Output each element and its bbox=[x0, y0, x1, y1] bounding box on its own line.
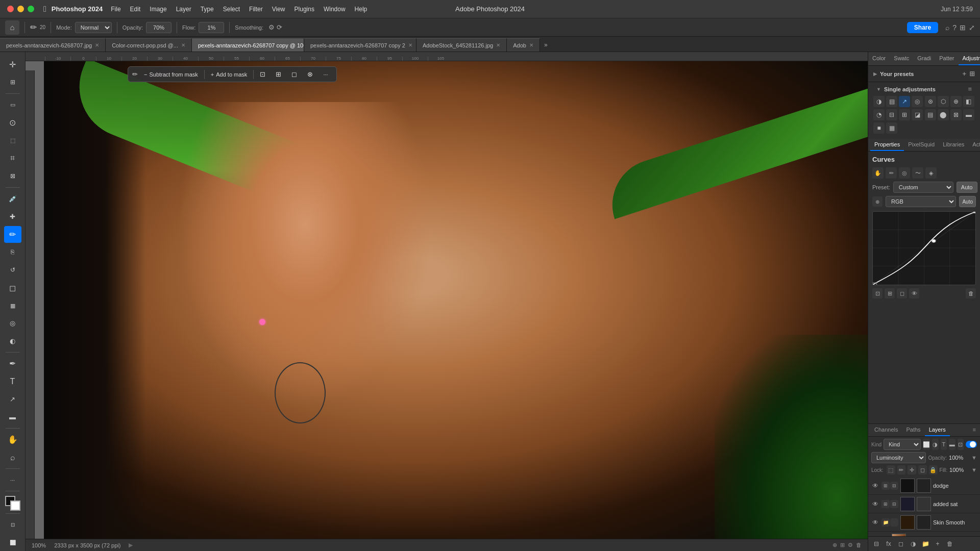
rectangular-marquee-tool[interactable]: ▭ bbox=[4, 96, 21, 113]
brush-angle-icon[interactable]: ⟳ bbox=[277, 23, 282, 31]
opacity-chevron-icon[interactable]: ▼ bbox=[971, 455, 977, 461]
your-presets-header[interactable]: ▶ Your presets + ⊞ bbox=[868, 68, 980, 80]
mask-option-1[interactable]: ⊡ bbox=[256, 69, 270, 80]
single-adjustments-header[interactable]: ▼ Single adjustments ≡ bbox=[871, 83, 977, 95]
prop-tab-pixelsquid[interactable]: PixelSquid bbox=[904, 139, 939, 151]
right-tab-color[interactable]: Color bbox=[868, 52, 890, 65]
menu-select[interactable]: Select bbox=[219, 4, 244, 14]
arrange-icon[interactable]: ⊞ bbox=[960, 23, 966, 32]
adj-gradient-map[interactable]: ▬ bbox=[963, 109, 974, 120]
adj-invert[interactable]: ◪ bbox=[912, 109, 923, 120]
tab-6-close[interactable]: ✕ bbox=[529, 42, 533, 48]
curves-hand-tool[interactable]: ✋ bbox=[872, 167, 884, 179]
curves-graph[interactable] bbox=[872, 211, 976, 285]
new-layer-button[interactable]: + bbox=[933, 539, 943, 549]
layer-item-background[interactable]: 👁 Background 🔒 bbox=[868, 532, 980, 536]
adj-color-balance[interactable]: ⊕ bbox=[950, 96, 962, 107]
filter-smart-object[interactable]: ⊡ bbox=[958, 439, 964, 450]
paths-tab[interactable]: Paths bbox=[902, 424, 924, 436]
menu-edit[interactable]: Edit bbox=[126, 4, 145, 14]
preset-select[interactable]: Custom Default Strong Contrast Medium Co… bbox=[893, 182, 953, 193]
lock-image-pixels[interactable]: ✏ bbox=[897, 465, 906, 474]
adj-solid-color[interactable]: ■ bbox=[873, 122, 885, 134]
menu-layer[interactable]: Layer bbox=[172, 4, 195, 14]
tab-3[interactable]: pexels-anntarazevich-6268707 copy @ 100%… bbox=[192, 38, 304, 52]
eraser-tool[interactable]: ◻ bbox=[4, 280, 21, 296]
help-button[interactable]: ? bbox=[952, 23, 957, 32]
layer-item-skin-smooth[interactable]: 👁 📁 Skin Smooth bbox=[868, 513, 980, 532]
right-tab-swatches[interactable]: Swatc bbox=[890, 52, 913, 65]
layer-visibility-dodge[interactable]: 👁 bbox=[871, 482, 879, 490]
lock-all[interactable]: 🔒 bbox=[929, 465, 938, 474]
mask-option-4[interactable]: ⊗ bbox=[303, 69, 317, 80]
curves-visibility[interactable]: 👁 bbox=[909, 288, 919, 298]
canvas-icon-2[interactable]: ⊞ bbox=[840, 542, 845, 548]
filter-type-layer[interactable]: T bbox=[941, 439, 947, 450]
adj-brightness-contrast[interactable]: ◑ bbox=[873, 96, 885, 107]
adj-channel-mixer[interactable]: ⊟ bbox=[886, 109, 897, 120]
adj-bw[interactable]: ◧ bbox=[963, 96, 974, 107]
canvas-icon-3[interactable]: ⚙ bbox=[848, 542, 853, 548]
gradient-tool[interactable]: ▦ bbox=[4, 297, 21, 314]
add-mask-button[interactable]: ◻ bbox=[896, 539, 906, 549]
search-button[interactable]: ⌕ bbox=[945, 23, 949, 32]
artboard-tool[interactable]: ⊞ bbox=[4, 74, 21, 91]
add-to-mask-button[interactable]: + Add to mask bbox=[207, 70, 252, 79]
home-button[interactable]: ⌂ bbox=[5, 20, 19, 35]
blur-tool[interactable]: ◎ bbox=[4, 315, 21, 332]
fill-value[interactable]: 100% bbox=[949, 467, 969, 473]
more-tools-button[interactable]: ··· bbox=[4, 471, 21, 488]
layer-item-dodge[interactable]: 👁 ⊞ ⊟ dodge bbox=[868, 477, 980, 495]
minimize-button[interactable] bbox=[17, 6, 24, 12]
curves-clip-below[interactable]: ⊡ bbox=[872, 288, 883, 298]
lasso-tool[interactable]: ⊙ bbox=[4, 114, 21, 131]
screen-mode[interactable]: ⬜ bbox=[4, 534, 21, 551]
maximize-button[interactable] bbox=[28, 6, 34, 12]
adj-selective-color[interactable]: ⊠ bbox=[950, 109, 962, 120]
menu-window[interactable]: Window bbox=[320, 4, 350, 14]
clone-stamp-tool[interactable]: ⎘ bbox=[4, 244, 21, 261]
new-group-button[interactable]: 📁 bbox=[920, 539, 930, 549]
zoom-tool[interactable]: ⌕ bbox=[4, 449, 21, 466]
menu-image[interactable]: Image bbox=[145, 4, 170, 14]
tab-1-close[interactable]: ✕ bbox=[95, 42, 99, 48]
add-layer-style-button[interactable]: fx bbox=[884, 539, 894, 549]
mask-option-2[interactable]: ⊞ bbox=[272, 69, 285, 80]
lock-transparent-pixels[interactable]: ⬚ bbox=[887, 465, 895, 474]
adj-vibrance[interactable]: ⊛ bbox=[925, 96, 936, 107]
curves-white-point[interactable]: ◈ bbox=[925, 167, 937, 179]
filter-pixel-layer[interactable]: ⬜ bbox=[923, 439, 930, 450]
new-adjustment-layer-button[interactable]: ◑ bbox=[908, 539, 918, 549]
mask-option-3[interactable]: ◻ bbox=[287, 69, 301, 80]
add-preset-button[interactable]: + bbox=[962, 70, 966, 78]
pen-tool[interactable]: ✒ bbox=[4, 355, 21, 372]
adj-curves[interactable]: ↗ bbox=[899, 96, 910, 107]
curves-add-point[interactable]: ◎ bbox=[899, 167, 910, 179]
menu-file[interactable]: File bbox=[107, 4, 125, 14]
prop-tab-libraries[interactable]: Libraries bbox=[939, 139, 968, 151]
link-layers-button[interactable]: ⊟ bbox=[871, 539, 881, 549]
adj-posterize[interactable]: ▤ bbox=[925, 109, 936, 120]
auto-button[interactable]: Auto bbox=[957, 182, 977, 193]
tab-6[interactable]: Adob ✕ bbox=[507, 38, 540, 52]
brush-tool[interactable]: ✏ bbox=[4, 226, 21, 243]
history-brush-tool[interactable]: ↺ bbox=[4, 262, 21, 279]
curves-pencil-tool[interactable]: ✏ bbox=[886, 167, 897, 179]
menu-filter[interactable]: Filter bbox=[245, 4, 267, 14]
layers-tab[interactable]: Layers bbox=[925, 424, 950, 436]
tab-1[interactable]: pexels-anntarazevich-6268707.jpg ✕ bbox=[0, 38, 106, 52]
object-selection-tool[interactable]: ⬚ bbox=[4, 132, 21, 149]
frame-tool[interactable]: ⊠ bbox=[4, 168, 21, 185]
curves-rgb-icon[interactable]: ⊕ bbox=[872, 196, 883, 207]
tabs-overflow-button[interactable]: » bbox=[540, 38, 552, 52]
tab-5-close[interactable]: ✕ bbox=[496, 42, 500, 48]
opacity-value[interactable]: 100% bbox=[949, 455, 969, 461]
channel-select[interactable]: RGB Red Green Blue bbox=[886, 196, 956, 207]
preset-grid-view-icon[interactable]: ⊞ bbox=[969, 70, 975, 78]
spot-healing-tool[interactable]: ✚ bbox=[4, 208, 21, 225]
canvas-area[interactable]: ✏ − Subtract from mask + Add to mask ⊡ ⊞… bbox=[26, 61, 868, 539]
right-tab-gradients[interactable]: Gradi bbox=[913, 52, 935, 65]
tab-2[interactable]: Color-correct-pop.psd @... ✕ bbox=[106, 38, 192, 52]
layers-more-icon[interactable]: ≡ bbox=[971, 424, 978, 436]
channels-tab[interactable]: Channels bbox=[870, 424, 902, 436]
